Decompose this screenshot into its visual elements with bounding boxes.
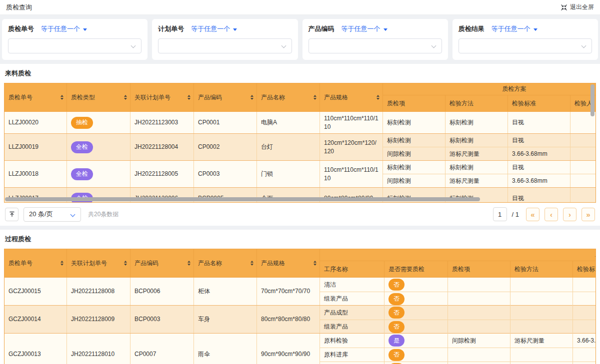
- column-label: 产品规格: [261, 259, 285, 268]
- sort-icon[interactable]: [60, 95, 64, 100]
- sort-icon[interactable]: [376, 95, 380, 100]
- status-badge: 否: [388, 349, 404, 361]
- table-cell: [573, 320, 596, 334]
- back-to-top-button[interactable]: [5, 208, 18, 221]
- detail-rows: 清洁否组装产品否: [320, 278, 596, 305]
- table-cell: 目视: [508, 134, 570, 147]
- column-header[interactable]: 质检类型: [67, 83, 130, 111]
- column-label: 质检单号: [8, 259, 32, 268]
- filter-operator[interactable]: 等于任意一个: [41, 24, 87, 33]
- column-header[interactable]: 产品名称: [194, 249, 257, 277]
- status-badge: 是: [388, 335, 404, 347]
- table-cell: [573, 362, 596, 364]
- table-cell: 3.66-3.68mm: [508, 174, 570, 187]
- table-cell: 游标尺测量: [446, 174, 508, 187]
- column-label: 产品名称: [198, 259, 222, 268]
- detail-rows: 标刻检测标刻检测目视间隙检测游标尺测量3.66-3.68mm: [383, 134, 596, 160]
- column-header[interactable]: 产品规格: [257, 249, 320, 277]
- incoming-inspection-panel: 来料质检 质检单号质检类型关联计划单号产品编码产品名称产品规格质检方案质检项检验…: [0, 64, 600, 226]
- table-cell: 目视: [508, 161, 570, 174]
- column-header[interactable]: 关联计划单号: [67, 249, 130, 277]
- back-to-top-icon: [8, 211, 16, 218]
- table-cell: 否: [384, 320, 448, 334]
- table-row: GCZJ00015JH20221128008BCP0006柜体70cm*70cm…: [4, 278, 596, 306]
- table-cell: [510, 362, 573, 364]
- table-cell: [570, 134, 596, 147]
- sort-icon[interactable]: [314, 95, 316, 100]
- first-page-button[interactable]: «: [526, 208, 540, 221]
- table-header: 质检单号质检类型关联计划单号产品编码产品名称产品规格质检方案质检项检验方法检验标…: [4, 83, 596, 112]
- vertical-scrollbar-thumb[interactable]: [590, 84, 594, 116]
- prev-page-button[interactable]: ‹: [544, 208, 558, 221]
- last-page-icon: »: [586, 210, 590, 219]
- detail-row: 组装产品否: [320, 292, 596, 306]
- chevron-down-icon: [131, 43, 136, 48]
- chevron-down-icon: [582, 43, 586, 48]
- detail-row: 标刻检测标刻检测目视: [383, 134, 596, 147]
- column-header[interactable]: 产品编码: [194, 83, 257, 111]
- column-label: 质检类型: [71, 93, 95, 102]
- filter-operator[interactable]: 等于任意一个: [191, 24, 237, 33]
- sort-icon[interactable]: [188, 261, 190, 266]
- column-header[interactable]: 产品编码: [130, 249, 194, 277]
- first-page-icon: «: [530, 210, 534, 219]
- column-header[interactable]: 质检单号: [4, 83, 67, 111]
- table-row: LLZJ00018全检JH20221128005CP0003门锁110cm*11…: [4, 161, 596, 188]
- sort-icon[interactable]: [250, 261, 254, 266]
- table-cell: 110cm*110cm*110/110: [320, 161, 383, 187]
- column-header[interactable]: 关联计划单号: [130, 83, 194, 111]
- table-cell: JH20221123003: [130, 112, 194, 133]
- horizontal-scrollbar-thumb[interactable]: [5, 197, 480, 201]
- sort-icon[interactable]: [60, 261, 64, 266]
- filter-select[interactable]: [308, 38, 442, 53]
- page-title: 质检查询: [6, 3, 32, 12]
- table-cell: 是: [384, 334, 448, 348]
- last-page-button[interactable]: »: [582, 208, 595, 221]
- sort-icon[interactable]: [124, 95, 127, 100]
- exit-fullscreen-icon: [560, 4, 568, 11]
- column-header[interactable]: 产品名称: [257, 83, 320, 111]
- sort-icon[interactable]: [314, 261, 316, 266]
- table-cell: [448, 292, 510, 306]
- column-header: 质检项: [448, 261, 510, 277]
- filter-select[interactable]: [458, 38, 592, 53]
- filter-select[interactable]: [158, 38, 292, 53]
- column-header[interactable]: 产品规格: [320, 83, 383, 111]
- status-badge: 全检: [71, 168, 93, 180]
- detail-rows: 标刻检测标刻检测目视: [383, 112, 596, 133]
- table-cell: 标刻检测: [383, 134, 446, 147]
- table-cell: 清洁: [320, 278, 384, 292]
- sort-icon[interactable]: [188, 95, 190, 100]
- table-cell: 车身: [194, 306, 257, 333]
- filter-label: 质检单号: [8, 24, 34, 33]
- exit-fullscreen-label: 退出全屏: [570, 3, 594, 11]
- status-badge: 否: [388, 293, 404, 305]
- table-cell: 原料检验: [320, 334, 384, 348]
- sort-icon[interactable]: [250, 95, 254, 100]
- table-cell: 标刻检测: [383, 112, 446, 133]
- table-cell: [448, 348, 510, 362]
- page-number-input[interactable]: 1: [493, 207, 507, 221]
- detail-row: 原料进库否: [320, 348, 596, 362]
- filter-select[interactable]: [8, 38, 142, 53]
- filter-operator[interactable]: 等于任意一个: [342, 24, 388, 33]
- section-title-process: 过程质检: [5, 235, 596, 244]
- page-size-select[interactable]: 20 条/页: [24, 207, 81, 222]
- table-cell: 120cm*120cm*120/120: [320, 134, 383, 160]
- table-cell: 90cm*90cm*90/90: [257, 334, 320, 364]
- column-header[interactable]: 质检单号: [4, 249, 67, 277]
- filter-operator[interactable]: 等于任意一个: [492, 24, 538, 33]
- sort-icon[interactable]: [124, 261, 127, 266]
- table-cell: [510, 306, 573, 320]
- table-cell: [573, 278, 596, 292]
- table-cell: 组装产品: [320, 320, 384, 334]
- filter-card-inspection-no: 质检单号 等于任意一个: [2, 19, 148, 60]
- table-cell: JH20221128010: [67, 334, 130, 364]
- table-cell: JH20221128008: [67, 278, 130, 305]
- status-badge: 否: [388, 307, 404, 319]
- column-header: 检验方法: [446, 95, 508, 111]
- detail-row: 标刻检测标刻检测目视: [383, 112, 596, 133]
- exit-fullscreen-button[interactable]: 退出全屏: [560, 3, 594, 11]
- topbar: 质检查询 退出全屏: [0, 0, 600, 15]
- next-page-button[interactable]: ›: [563, 208, 576, 221]
